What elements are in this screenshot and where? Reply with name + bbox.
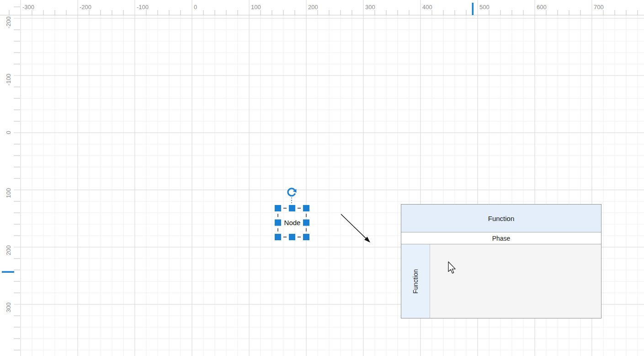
swimlane-header-label: Function <box>488 215 515 222</box>
ruler-label: -100 <box>137 4 149 11</box>
ruler-marker-vertical <box>2 271 14 273</box>
ruler-label: 700 <box>594 4 604 11</box>
swimlane-header-cell[interactable]: Function <box>401 205 601 232</box>
ruler-label: -200 <box>80 4 91 11</box>
ruler-label: -300 <box>22 4 34 11</box>
swimlane-body: Function <box>401 244 601 318</box>
ruler-label: 0 <box>5 131 12 134</box>
ruler-label: -100 <box>5 74 12 86</box>
ruler-marker-horizontal <box>472 3 474 15</box>
ruler-label: 300 <box>365 4 375 11</box>
swimlane-table[interactable]: Function Phase Function <box>401 204 601 318</box>
swimlane-row-header-label: Function <box>412 269 419 294</box>
swimlane-phase-cell[interactable]: Phase <box>401 232 601 244</box>
ruler-label: 500 <box>479 4 490 11</box>
ruler-label: 100 <box>5 188 12 198</box>
swimlane-row-header-cell[interactable]: Function <box>401 244 430 318</box>
ruler-label: 200 <box>5 245 12 255</box>
node-label: Node <box>284 219 301 227</box>
ruler-label: 100 <box>251 4 261 11</box>
ruler-label: 200 <box>308 4 318 11</box>
swimlane-phase-label: Phase <box>492 235 511 242</box>
ruler-label: -200 <box>5 16 12 28</box>
node[interactable]: Node <box>275 205 310 240</box>
swimlane-lane-area[interactable] <box>430 244 601 318</box>
ruler-label: 0 <box>194 4 197 11</box>
ruler-label: 400 <box>422 4 432 11</box>
diagram-canvas[interactable]: -300-200-1000100200300400500600700-200-1… <box>0 0 644 356</box>
ruler-label: 600 <box>537 4 547 11</box>
ruler-label: 300 <box>5 302 12 313</box>
